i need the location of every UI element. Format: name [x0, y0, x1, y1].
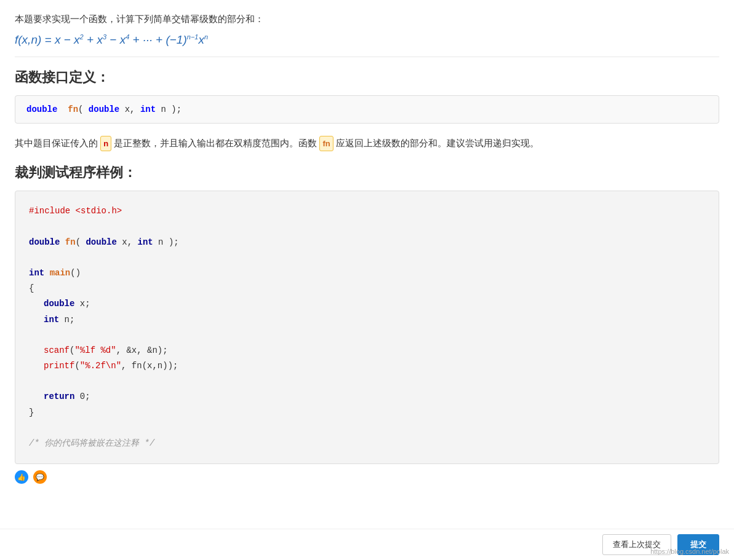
code-line-9: [29, 328, 705, 343]
description-text: 其中题目保证传入的 n 是正整数，并且输入输出都在双精度范围内。函数 fn 应返…: [15, 135, 719, 151]
heading-interface: 函数接口定义：: [15, 68, 719, 87]
main-content: 本题要求实现一个函数，计算下列简单交错幂级数的部分和： f(x,n) = x −…: [0, 0, 734, 496]
code-line-7: double x;: [29, 296, 705, 312]
social-icons-row: 👍 💬: [15, 470, 719, 484]
code-line-8: int n;: [29, 312, 705, 328]
code-line-16: /* 你的代码将被嵌在这注释 */: [29, 436, 705, 451]
code-line-13: return 0;: [29, 389, 705, 404]
kw-int: int: [140, 105, 156, 114]
code-line-10: scanf("%lf %d", &x, &n);: [29, 343, 705, 358]
code-line-12: [29, 374, 705, 389]
watermark: https://blog.csdn.net/polak: [650, 548, 729, 555]
kw-double2: double: [89, 105, 119, 114]
heading-example: 裁判测试程序样例：: [15, 164, 719, 182]
code-block: #include <stdio.h> double fn( double x, …: [15, 191, 719, 464]
divider-1: [15, 57, 719, 57]
code-line-6: {: [29, 281, 705, 296]
code-line-1: #include <stdio.h>: [29, 203, 705, 219]
interface-code-box: double fn( double x, int n );: [15, 95, 719, 124]
code-line-15: [29, 420, 705, 436]
code-line-3: double fn( double x, int n );: [29, 235, 705, 250]
fn-name-interface: fn: [68, 105, 78, 114]
kw-double: double: [26, 105, 57, 114]
code-line-14: }: [29, 405, 705, 420]
comment-icon[interactable]: 💬: [33, 470, 47, 484]
code-line-5: int main(): [29, 266, 705, 281]
formula-text: f(x,n) = x − x2 + x3 − x4 + ··· + (−1)n−…: [15, 33, 208, 47]
tag-fn: fn: [319, 136, 333, 151]
intro-text: 本题要求实现一个函数，计算下列简单交错幂级数的部分和：: [15, 11, 719, 27]
math-formula: f(x,n) = x − x2 + x3 − x4 + ··· + (−1)n−…: [15, 33, 719, 47]
tag-n: n: [100, 136, 111, 151]
like-icon[interactable]: 👍: [15, 470, 28, 484]
code-line-11: printf("%.2f\n", fn(x,n));: [29, 358, 705, 374]
code-line-4: [29, 250, 705, 266]
code-line-2: [29, 219, 705, 234]
bottom-bar: 查看上次提交 提交: [0, 529, 734, 560]
